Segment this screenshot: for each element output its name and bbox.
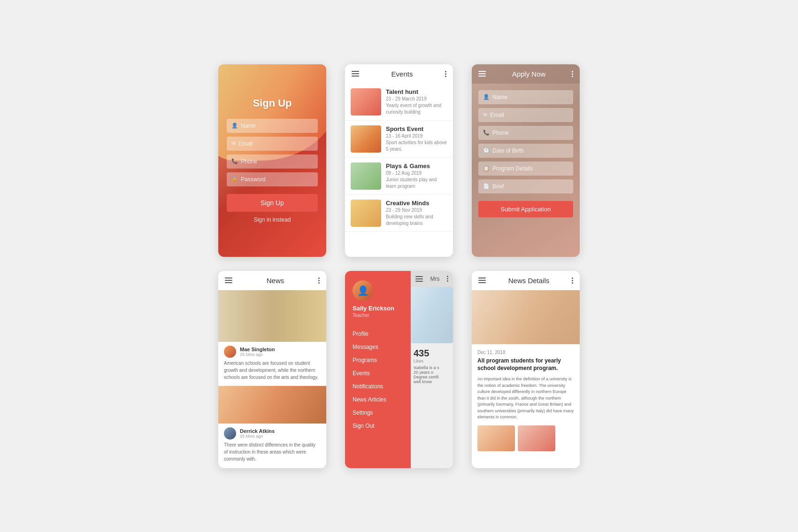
events-title: Events xyxy=(391,70,413,78)
news-detail-body: Dec 11, 2018 All program students for ye… xyxy=(472,344,580,457)
news-hero-image xyxy=(218,290,326,342)
news-title: News xyxy=(267,277,284,285)
apply-title: Apply Now xyxy=(512,70,546,78)
event-item-4[interactable]: Creative Minds 23 - 29 Nov 2019 Building… xyxy=(345,195,453,232)
profile-main: Mrs 435 Likes Isabella is a s 20 years o… xyxy=(411,271,453,468)
profile-more-icon[interactable] xyxy=(447,276,448,282)
event-title-1: Talent hunt xyxy=(386,88,447,95)
event-image-3 xyxy=(351,162,381,190)
profile-hamburger-icon[interactable] xyxy=(415,276,423,282)
news-details-title: News Details xyxy=(508,277,550,285)
profile-header: Mrs xyxy=(411,271,453,287)
news-hamburger-icon[interactable] xyxy=(225,278,232,283)
apply-brief-label: Brief xyxy=(492,183,504,190)
sidebar-item-sign-out[interactable]: Sign Out xyxy=(353,419,403,432)
author-avatar-1 xyxy=(224,346,236,358)
hamburger-icon[interactable] xyxy=(352,71,359,77)
event-desc-1: Yearly event of growth and curiosity bui… xyxy=(386,102,447,116)
apply-dob-icon: 🕐 xyxy=(483,147,490,154)
bio-text-3: Degree certifi xyxy=(414,375,450,379)
news-detail-images xyxy=(477,425,574,451)
apply-phone-label: Phone xyxy=(492,130,509,136)
apply-more-icon[interactable] xyxy=(572,71,573,77)
password-field[interactable]: 🔒 Password xyxy=(227,172,318,186)
email-field[interactable]: ✉ Email xyxy=(227,137,318,151)
apply-phone-icon: 📞 xyxy=(483,130,490,136)
news-detail-thumb-2 xyxy=(518,425,555,451)
apply-screen: Apply Now 👤 Name ✉ Email 📞 Phone 🕐 Date … xyxy=(472,64,580,257)
news-text-2: There were distinct differences in the q… xyxy=(218,441,326,467)
bio-text-1: Isabella is a s xyxy=(414,365,450,370)
signup-title: Sign Up xyxy=(227,97,318,109)
phone-placeholder: Phone xyxy=(241,158,257,165)
phone-icon: 📞 xyxy=(231,158,238,164)
bio-text-2: 20 years o xyxy=(414,370,450,375)
apply-program-field[interactable]: 📋 Program Details xyxy=(478,162,573,176)
news-detail-article-text: An important idea in the definition of a… xyxy=(477,376,574,421)
likes-label: Likes xyxy=(414,359,450,363)
news-detail-article-title: All program students for yearly school d… xyxy=(477,357,574,373)
user-role: Teacher xyxy=(353,313,403,318)
news-author-1: Mae Singleton 25 Mins ago xyxy=(218,342,326,360)
apply-hamburger-icon[interactable] xyxy=(478,71,486,77)
news-header: News xyxy=(218,271,326,290)
more-icon[interactable] xyxy=(445,71,446,77)
sidebar-item-messages[interactable]: Messages xyxy=(353,340,403,354)
news-text-1: American schools are focused on student … xyxy=(218,360,326,386)
apply-name-field[interactable]: 👤 Name xyxy=(478,90,573,104)
event-date-3: 09 - 12 Aug 2019 xyxy=(386,170,447,176)
author-name-2: Derrick Atkins xyxy=(240,428,275,434)
news-detail-hero-image xyxy=(472,290,580,344)
news-details-hamburger-icon[interactable] xyxy=(478,278,486,283)
likes-count: 435 xyxy=(414,348,450,359)
apply-program-icon: 📋 xyxy=(483,165,490,171)
signin-link[interactable]: Sign in instead xyxy=(227,216,318,223)
sidebar-panel: Sally Erickson Teacher Profile Messages … xyxy=(345,271,411,468)
event-desc-4: Building new skills and developing brain… xyxy=(386,214,447,227)
event-desc-2: Sport activities for kids above 5 years. xyxy=(386,139,447,153)
news-author-2: Derrick Atkins 25 Mins ago xyxy=(218,424,326,441)
password-placeholder: Password xyxy=(241,176,266,183)
events-header: Events xyxy=(345,64,453,84)
submit-application-button[interactable]: Submit Application xyxy=(478,201,573,217)
news-screen: News Mae Singleton 25 Mins ago American … xyxy=(218,271,326,468)
event-image-1 xyxy=(351,88,381,116)
sidebar-item-profile[interactable]: Profile xyxy=(353,327,403,340)
event-image-4 xyxy=(351,200,381,227)
sidebar-item-news-articles[interactable]: News Articles xyxy=(353,393,403,406)
name-field[interactable]: 👤 Name xyxy=(227,119,318,133)
apply-phone-field[interactable]: 📞 Phone xyxy=(478,126,573,140)
author-avatar-2 xyxy=(224,427,236,439)
apply-header: Apply Now xyxy=(472,64,580,84)
event-item-2[interactable]: Sports Event 13 - 16 April 2019 Sport ac… xyxy=(345,121,453,158)
event-item-3[interactable]: Plays & Games 09 - 12 Aug 2019 Junior st… xyxy=(345,158,453,195)
apply-brief-field[interactable]: 📄 Brief xyxy=(478,179,573,193)
person-icon: 👤 xyxy=(231,123,238,129)
news-more-icon[interactable] xyxy=(318,278,320,284)
news-detail-thumb-1 xyxy=(477,425,515,451)
event-item-1[interactable]: Talent hunt 23 - 29 March 2019 Yearly ev… xyxy=(345,84,453,121)
apply-email-icon: ✉ xyxy=(483,112,487,118)
sidebar-screen: Sally Erickson Teacher Profile Messages … xyxy=(345,271,453,468)
sidebar-item-events[interactable]: Events xyxy=(353,367,403,380)
user-name: Sally Erickson xyxy=(353,305,403,312)
sidebar-item-settings[interactable]: Settings xyxy=(353,406,403,419)
phone-field[interactable]: 📞 Phone xyxy=(227,154,318,169)
signup-screen: Sign Up 👤 Name ✉ Email 📞 Phone 🔒 Passwor… xyxy=(218,64,326,257)
apply-name-label: Name xyxy=(492,94,507,100)
event-date-1: 23 - 29 March 2019 xyxy=(386,96,447,101)
sidebar-item-programs[interactable]: Programs xyxy=(353,354,403,367)
apply-dob-label: Date of Birth xyxy=(492,147,524,154)
apply-email-label: Email xyxy=(490,112,504,118)
events-screen: Events Talent hunt 23 - 29 March 2019 Ye… xyxy=(345,64,453,257)
apply-email-field[interactable]: ✉ Email xyxy=(478,108,573,122)
event-date-4: 23 - 29 Nov 2019 xyxy=(386,208,447,213)
apply-form: 👤 Name ✉ Email 📞 Phone 🕐 Date of Birth 📋… xyxy=(472,84,580,217)
news-details-header: News Details xyxy=(472,271,580,290)
apply-dob-field[interactable]: 🕐 Date of Birth xyxy=(478,144,573,158)
signup-button[interactable]: Sign Up xyxy=(227,194,318,212)
author-time-1: 25 Mins ago xyxy=(240,352,275,357)
sidebar-item-notifications[interactable]: Notifications xyxy=(353,380,403,393)
email-placeholder: Email xyxy=(238,140,253,147)
news-details-more-icon[interactable] xyxy=(572,278,573,284)
